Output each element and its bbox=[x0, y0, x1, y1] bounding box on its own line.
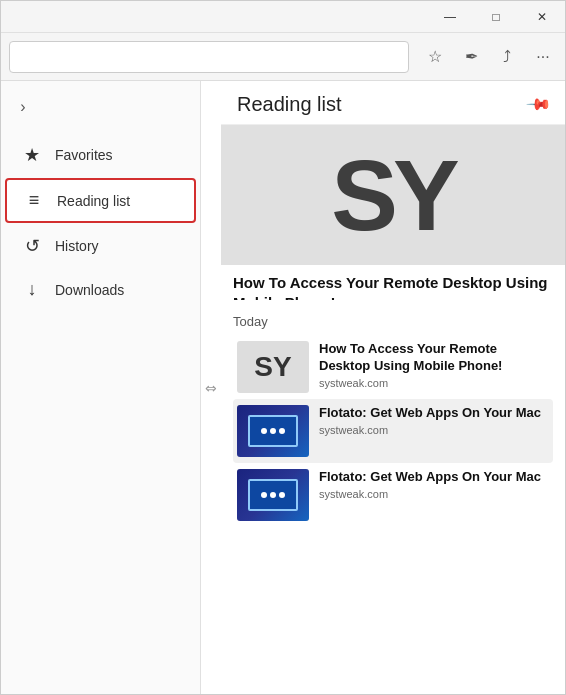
history-icon: ↺ bbox=[21, 235, 43, 257]
browser-window: — □ ✕ ☆ ✒ ⤴ ··· › ★ Favorites ≡ Reading … bbox=[0, 0, 566, 695]
article-title: Flotato: Get Web Apps On Your Mac bbox=[319, 405, 549, 422]
computer-dots bbox=[261, 492, 285, 498]
sidebar-item-label: History bbox=[55, 238, 99, 254]
sidebar-item-downloads[interactable]: ↓ Downloads bbox=[5, 269, 196, 310]
computer-thumbnail bbox=[237, 469, 309, 521]
reading-list-icon: ≡ bbox=[23, 190, 45, 211]
address-bar[interactable] bbox=[9, 41, 409, 73]
sidebar-item-label: Reading list bbox=[57, 193, 130, 209]
maximize-button[interactable]: □ bbox=[473, 1, 519, 33]
article-thumbnail: SY bbox=[237, 341, 309, 393]
article-info: Flotato: Get Web Apps On Your Mac systwe… bbox=[319, 405, 549, 457]
list-item[interactable]: Flotato: Get Web Apps On Your Mac systwe… bbox=[233, 463, 553, 527]
main-content: › ★ Favorites ≡ Reading list ↺ History ↓… bbox=[1, 81, 565, 694]
share-icon[interactable]: ⤴ bbox=[493, 43, 521, 71]
computer-screen bbox=[248, 415, 298, 447]
favorites-icon[interactable]: ☆ bbox=[421, 43, 449, 71]
sy-thumbnail: SY bbox=[254, 351, 291, 383]
article-source: systweak.com bbox=[319, 488, 549, 500]
article-title: How To Access Your Remote Desktop Using … bbox=[319, 341, 549, 375]
panel-header: Reading list 📌 bbox=[221, 81, 565, 125]
hero-text: How To Access Your Remote Desktop Using … bbox=[221, 265, 565, 300]
dot bbox=[261, 428, 267, 434]
sidebar-item-label: Favorites bbox=[55, 147, 113, 163]
computer-screen bbox=[248, 479, 298, 511]
computer-dots bbox=[261, 428, 285, 434]
section-date: Today bbox=[233, 308, 553, 335]
dot bbox=[279, 428, 285, 434]
list-item[interactable]: Flotato: Get Web Apps On Your Mac systwe… bbox=[233, 399, 553, 463]
sidebar-item-favorites[interactable]: ★ Favorites bbox=[5, 134, 196, 176]
annotation-icon[interactable]: ✒ bbox=[457, 43, 485, 71]
pin-icon[interactable]: 📌 bbox=[525, 91, 553, 119]
titlebar: — □ ✕ bbox=[1, 1, 565, 33]
hero-thumbnail: SY bbox=[331, 138, 454, 253]
article-thumbnail bbox=[237, 469, 309, 521]
article-source: systweak.com bbox=[319, 377, 549, 389]
article-info: How To Access Your Remote Desktop Using … bbox=[319, 341, 549, 393]
resize-handle[interactable]: ⇔ bbox=[201, 81, 221, 694]
sidebar: › ★ Favorites ≡ Reading list ↺ History ↓… bbox=[1, 81, 201, 694]
computer-thumbnail bbox=[237, 405, 309, 457]
sidebar-toggle[interactable]: › bbox=[5, 89, 41, 125]
more-icon[interactable]: ··· bbox=[529, 43, 557, 71]
dot bbox=[270, 492, 276, 498]
reading-list-panel: Reading list 📌 SY How To Access Your Rem… bbox=[221, 81, 565, 694]
panel-title: Reading list bbox=[237, 93, 342, 116]
downloads-icon: ↓ bbox=[21, 279, 43, 300]
article-thumbnail bbox=[237, 405, 309, 457]
article-info: Flotato: Get Web Apps On Your Mac systwe… bbox=[319, 469, 549, 521]
dot bbox=[270, 428, 276, 434]
dot bbox=[261, 492, 267, 498]
favorites-icon: ★ bbox=[21, 144, 43, 166]
hero-title: How To Access Your Remote Desktop Using … bbox=[233, 273, 553, 300]
dot bbox=[279, 492, 285, 498]
article-source: systweak.com bbox=[319, 424, 549, 436]
minimize-button[interactable]: — bbox=[427, 1, 473, 33]
close-button[interactable]: ✕ bbox=[519, 1, 565, 33]
browser-toolbar: ☆ ✒ ⤴ ··· bbox=[1, 33, 565, 81]
list-item[interactable]: SY How To Access Your Remote Desktop Usi… bbox=[233, 335, 553, 399]
hero-article[interactable]: SY How To Access Your Remote Desktop Usi… bbox=[221, 125, 565, 300]
sidebar-item-history[interactable]: ↺ History bbox=[5, 225, 196, 267]
toolbar-icons: ☆ ✒ ⤴ ··· bbox=[421, 43, 557, 71]
article-title: Flotato: Get Web Apps On Your Mac bbox=[319, 469, 549, 486]
sidebar-item-reading-list[interactable]: ≡ Reading list bbox=[5, 178, 196, 223]
sidebar-item-label: Downloads bbox=[55, 282, 124, 298]
hero-image: SY bbox=[221, 125, 565, 265]
article-list: Today SY How To Access Your Remote Deskt… bbox=[221, 300, 565, 694]
